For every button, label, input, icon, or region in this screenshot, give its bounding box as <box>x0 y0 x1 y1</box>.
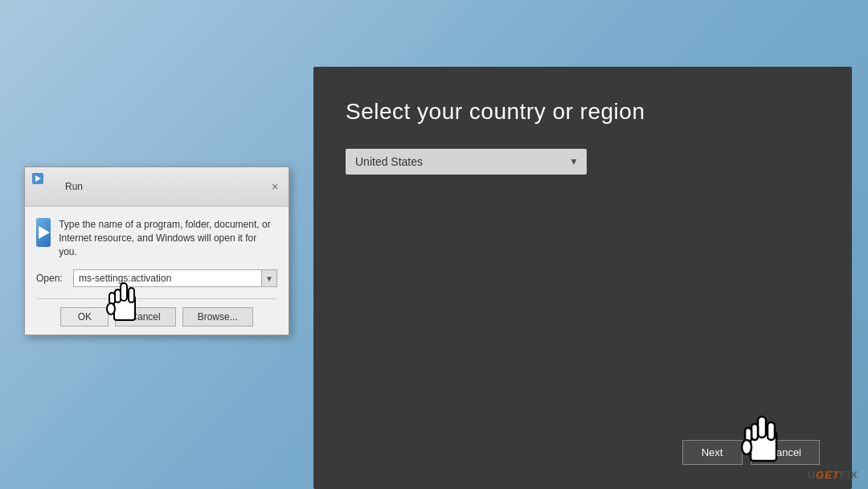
watermark-fix: FIX <box>840 469 858 481</box>
run-titlebar-left: Run <box>31 172 83 201</box>
run-dialog-title: Run <box>65 181 83 192</box>
run-app-icon <box>31 172 60 201</box>
country-select-wrapper[interactable]: United States United Kingdom Canada Aust… <box>346 149 587 175</box>
run-cancel-button[interactable]: Cancel <box>115 307 175 327</box>
run-dialog: Run × Type the name of a program, folder… <box>24 166 289 335</box>
run-ok-button[interactable]: OK <box>60 307 108 327</box>
run-arrow-icon <box>39 226 50 239</box>
watermark: UGETFIX <box>808 469 858 481</box>
watermark-get: GET <box>816 469 840 481</box>
watermark-u: U <box>808 469 816 481</box>
setup-cancel-button[interactable]: Cancel <box>751 440 820 465</box>
run-dropdown-button[interactable]: ▼ <box>262 269 277 287</box>
run-icon-large <box>36 218 51 247</box>
run-browse-button[interactable]: Browse... <box>182 307 253 327</box>
run-dialog-buttons: OK Cancel Browse... <box>36 298 277 327</box>
run-input-wrapper: ▼ <box>73 269 277 287</box>
run-body: Type the name of a program, folder, docu… <box>25 207 289 335</box>
run-open-label: Open: <box>36 273 67 284</box>
run-input[interactable] <box>73 269 262 287</box>
run-close-button[interactable]: × <box>268 179 282 194</box>
run-description: Type the name of a program, folder, docu… <box>59 218 277 258</box>
setup-buttons: Next Cancel <box>346 440 820 465</box>
setup-panel: Select your country or region United Sta… <box>313 67 852 489</box>
next-button[interactable]: Next <box>682 440 743 465</box>
run-description-area: Type the name of a program, folder, docu… <box>36 218 277 258</box>
run-open-row: Open: ▼ <box>36 269 277 287</box>
setup-title: Select your country or region <box>346 99 820 125</box>
run-titlebar: Run × <box>25 167 289 207</box>
country-select[interactable]: United States United Kingdom Canada Aust… <box>346 149 587 175</box>
